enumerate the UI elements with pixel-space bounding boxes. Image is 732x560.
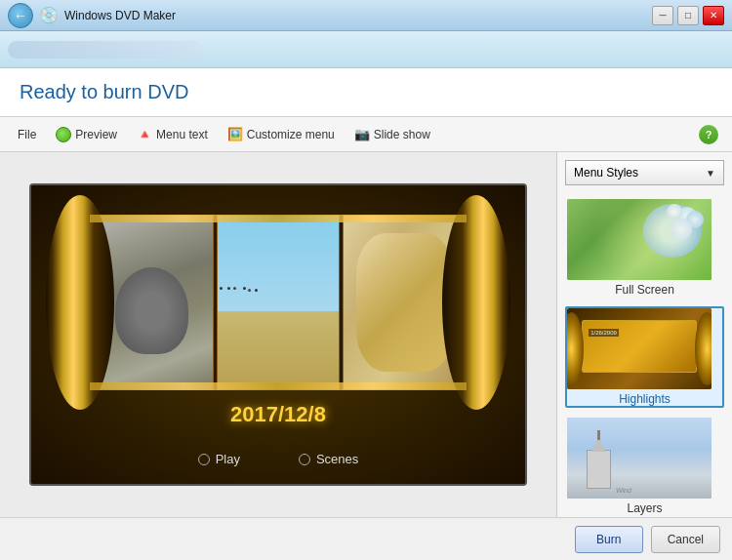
header: Ready to burn DVD bbox=[0, 68, 732, 117]
title-bar-left: ← 💿 Windows DVD Maker bbox=[8, 3, 176, 28]
preview-label: Preview bbox=[75, 128, 117, 141]
dvd-scenes-item: Scenes bbox=[299, 452, 358, 466]
style-thumb-full-screen bbox=[567, 199, 712, 280]
photo-birds-flock bbox=[217, 215, 341, 390]
film-strip bbox=[51, 205, 506, 400]
title-bar: ← 💿 Windows DVD Maker ─ □ ✕ bbox=[0, 0, 732, 31]
side-cylinder-left bbox=[46, 195, 114, 410]
slide-show-button[interactable]: 📷 Slide show bbox=[346, 123, 438, 145]
toolbar: File Preview 🔺 Menu text 🖼️ Customize me… bbox=[0, 117, 732, 152]
burn-button[interactable]: Burn bbox=[575, 526, 643, 553]
gold-strip-top bbox=[90, 215, 467, 222]
nav-back-button[interactable]: ← bbox=[8, 3, 33, 28]
help-button[interactable]: ? bbox=[699, 125, 718, 144]
styles-list[interactable]: Full Screen 1/26/2009 bbox=[557, 193, 732, 517]
customize-menu-label: Customize menu bbox=[247, 128, 335, 141]
cancel-button[interactable]: Cancel bbox=[651, 526, 720, 553]
style-thumb-highlights: 1/26/2009 bbox=[567, 308, 712, 389]
file-menu[interactable]: File bbox=[10, 124, 44, 145]
cylinder-container bbox=[51, 195, 506, 410]
close-button[interactable]: ✕ bbox=[703, 6, 724, 25]
nav-bar bbox=[0, 31, 732, 68]
dvd-radio-scenes bbox=[299, 454, 310, 465]
preview-button[interactable]: Preview bbox=[48, 123, 125, 146]
dvd-date: 2017/12/8 bbox=[31, 402, 525, 427]
style-item-highlights[interactable]: 1/26/2009 Highlights bbox=[565, 306, 724, 408]
title-bar-title: Windows DVD Maker bbox=[64, 9, 176, 22]
page-title: Ready to burn DVD bbox=[20, 81, 188, 103]
main-content: 2017/12/8 Play Scenes Menu Styles ▼ bbox=[0, 152, 732, 517]
menu-styles-dropdown[interactable]: Menu Styles ▼ bbox=[565, 160, 724, 185]
style-item-full-screen[interactable]: Full Screen bbox=[565, 197, 724, 299]
dropdown-label: Menu Styles bbox=[574, 166, 638, 180]
title-bar-icon: 💿 bbox=[39, 6, 59, 24]
dvd-radio-play bbox=[198, 454, 210, 465]
dvd-play-label: Play bbox=[216, 452, 240, 466]
dvd-menu: Play Scenes bbox=[31, 452, 525, 466]
customize-menu-button[interactable]: 🖼️ Customize menu bbox=[220, 123, 343, 145]
dvd-preview: 2017/12/8 Play Scenes bbox=[29, 183, 527, 486]
menu-text-button[interactable]: 🔺 Menu text bbox=[129, 123, 216, 145]
thumb-fullscreen-visual bbox=[567, 199, 712, 280]
style-label-layers: Layers bbox=[567, 501, 722, 515]
style-label-highlights: Highlights bbox=[567, 392, 722, 406]
side-cylinder-right bbox=[442, 195, 510, 410]
thumb-layers-visual: Wind bbox=[567, 418, 712, 499]
preview-area: 2017/12/8 Play Scenes bbox=[0, 152, 556, 517]
bottom-bar: Burn Cancel bbox=[0, 517, 732, 560]
photos-strip bbox=[90, 215, 467, 390]
file-label: File bbox=[18, 128, 36, 141]
title-bar-controls: ─ □ ✕ bbox=[652, 6, 724, 25]
style-item-layers[interactable]: Wind Layers bbox=[565, 416, 724, 517]
dropdown-arrow-icon: ▼ bbox=[706, 168, 715, 179]
dvd-scenes-label: Scenes bbox=[316, 452, 358, 466]
slide-show-label: Slide show bbox=[374, 128, 430, 141]
menu-text-icon: 🔺 bbox=[137, 127, 152, 141]
maximize-button[interactable]: □ bbox=[677, 6, 699, 25]
customize-menu-icon: 🖼️ bbox=[227, 127, 243, 141]
menu-text-label: Menu text bbox=[156, 128, 208, 141]
dvd-play-item: Play bbox=[198, 452, 240, 466]
thumb-highlights-visual: 1/26/2009 bbox=[567, 308, 712, 389]
right-panel: Menu Styles ▼ bbox=[556, 152, 732, 517]
style-thumb-layers: Wind bbox=[567, 418, 712, 499]
minimize-button[interactable]: ─ bbox=[652, 6, 673, 25]
preview-icon bbox=[56, 127, 71, 142]
style-label-full-screen: Full Screen bbox=[567, 283, 722, 297]
gold-strip-bottom bbox=[90, 382, 467, 390]
slide-show-icon: 📷 bbox=[354, 127, 370, 141]
